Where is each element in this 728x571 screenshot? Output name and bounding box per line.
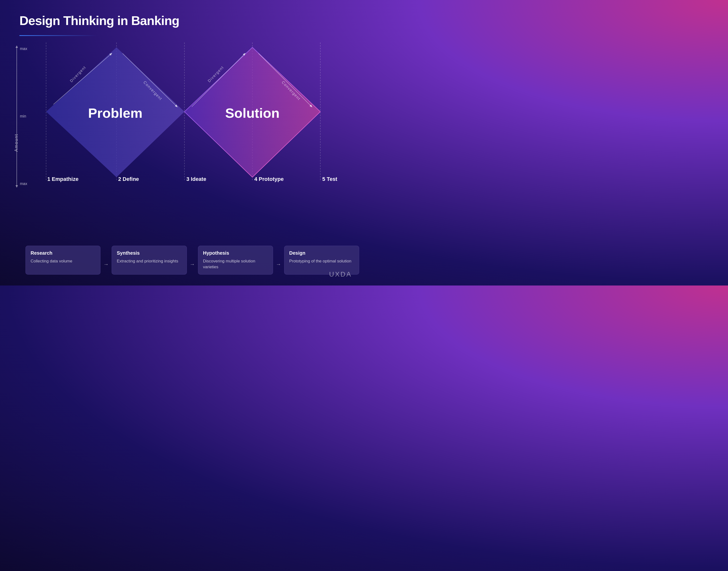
y-axis-line xyxy=(16,47,17,186)
card-research-title: Research xyxy=(31,250,95,256)
page-title: Design Thinking in Banking xyxy=(19,13,179,28)
arrow-3: → xyxy=(276,254,281,274)
card-synthesis-desc: Extracting and prioritizing insights xyxy=(117,258,181,264)
svg-text:5 Test: 5 Test xyxy=(322,176,337,182)
svg-text:1 Empathize: 1 Empathize xyxy=(47,176,79,182)
info-cards-row: Research Collecting data volume → Synthe… xyxy=(25,246,359,274)
svg-text:Solution: Solution xyxy=(225,105,280,121)
card-hypothesis-title: Hypothesis xyxy=(203,250,268,256)
svg-text:3 Ideate: 3 Ideate xyxy=(186,176,206,182)
card-research-desc: Collecting data volume xyxy=(31,258,95,264)
svg-text:4 Prototype: 4 Prototype xyxy=(254,176,284,182)
card-hypothesis: Hypothesis Discovering multiple solution… xyxy=(198,246,273,274)
svg-text:2 Define: 2 Define xyxy=(118,176,139,182)
arrow-1: → xyxy=(103,254,109,274)
title-accent-line xyxy=(19,35,97,36)
card-synthesis: Synthesis Extracting and prioritizing in… xyxy=(112,246,187,274)
card-design-title: Design xyxy=(289,250,354,256)
card-hypothesis-desc: Discovering multiple solution varieties xyxy=(203,258,268,270)
diagram-area: Divergent Convergent Divergent Convergen… xyxy=(24,42,359,198)
svg-text:Problem: Problem xyxy=(88,105,142,121)
card-synthesis-title: Synthesis xyxy=(117,250,181,256)
arrow-2: → xyxy=(190,254,195,274)
uxda-logo: UXDA xyxy=(329,270,352,278)
card-research: Research Collecting data volume xyxy=(25,246,101,274)
card-design-desc: Prototyping of the optimal solution xyxy=(289,258,354,264)
